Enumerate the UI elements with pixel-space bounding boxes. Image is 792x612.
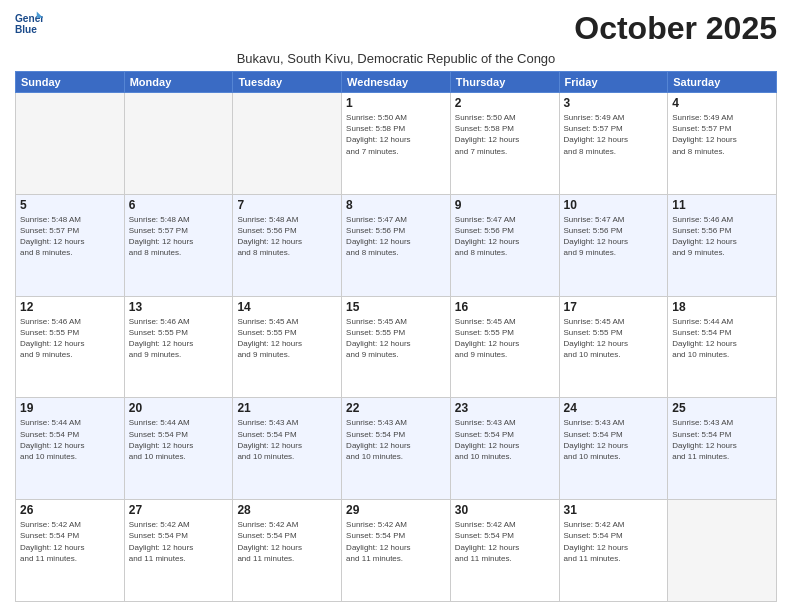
day-number: 15	[346, 300, 446, 314]
day-number: 4	[672, 96, 772, 110]
table-row	[16, 93, 125, 195]
day-number: 28	[237, 503, 337, 517]
day-number: 12	[20, 300, 120, 314]
day-info: Sunrise: 5:45 AMSunset: 5:55 PMDaylight:…	[455, 316, 555, 361]
day-number: 14	[237, 300, 337, 314]
day-info: Sunrise: 5:50 AMSunset: 5:58 PMDaylight:…	[455, 112, 555, 157]
day-number: 2	[455, 96, 555, 110]
day-info: Sunrise: 5:44 AMSunset: 5:54 PMDaylight:…	[20, 417, 120, 462]
table-row: 3Sunrise: 5:49 AMSunset: 5:57 PMDaylight…	[559, 93, 668, 195]
title-section: October 2025	[574, 10, 777, 47]
day-number: 20	[129, 401, 229, 415]
col-sunday: Sunday	[16, 72, 125, 93]
day-info: Sunrise: 5:45 AMSunset: 5:55 PMDaylight:…	[346, 316, 446, 361]
table-row: 11Sunrise: 5:46 AMSunset: 5:56 PMDayligh…	[668, 194, 777, 296]
day-info: Sunrise: 5:46 AMSunset: 5:55 PMDaylight:…	[20, 316, 120, 361]
col-tuesday: Tuesday	[233, 72, 342, 93]
day-number: 3	[564, 96, 664, 110]
day-info: Sunrise: 5:43 AMSunset: 5:54 PMDaylight:…	[455, 417, 555, 462]
day-number: 23	[455, 401, 555, 415]
table-row: 2Sunrise: 5:50 AMSunset: 5:58 PMDaylight…	[450, 93, 559, 195]
table-row: 29Sunrise: 5:42 AMSunset: 5:54 PMDayligh…	[342, 500, 451, 602]
table-row: 27Sunrise: 5:42 AMSunset: 5:54 PMDayligh…	[124, 500, 233, 602]
page: General Blue October 2025 Bukavu, South …	[0, 0, 792, 612]
table-row: 4Sunrise: 5:49 AMSunset: 5:57 PMDaylight…	[668, 93, 777, 195]
day-number: 30	[455, 503, 555, 517]
day-number: 8	[346, 198, 446, 212]
logo-icon: General Blue	[15, 10, 43, 38]
day-info: Sunrise: 5:42 AMSunset: 5:54 PMDaylight:…	[564, 519, 664, 564]
day-number: 11	[672, 198, 772, 212]
day-info: Sunrise: 5:47 AMSunset: 5:56 PMDaylight:…	[564, 214, 664, 259]
day-info: Sunrise: 5:42 AMSunset: 5:54 PMDaylight:…	[237, 519, 337, 564]
table-row: 9Sunrise: 5:47 AMSunset: 5:56 PMDaylight…	[450, 194, 559, 296]
table-row: 17Sunrise: 5:45 AMSunset: 5:55 PMDayligh…	[559, 296, 668, 398]
table-row: 6Sunrise: 5:48 AMSunset: 5:57 PMDaylight…	[124, 194, 233, 296]
day-info: Sunrise: 5:47 AMSunset: 5:56 PMDaylight:…	[346, 214, 446, 259]
calendar-week-row: 19Sunrise: 5:44 AMSunset: 5:54 PMDayligh…	[16, 398, 777, 500]
day-info: Sunrise: 5:42 AMSunset: 5:54 PMDaylight:…	[129, 519, 229, 564]
col-wednesday: Wednesday	[342, 72, 451, 93]
calendar-week-row: 5Sunrise: 5:48 AMSunset: 5:57 PMDaylight…	[16, 194, 777, 296]
day-number: 1	[346, 96, 446, 110]
day-info: Sunrise: 5:42 AMSunset: 5:54 PMDaylight:…	[346, 519, 446, 564]
day-number: 27	[129, 503, 229, 517]
table-row: 25Sunrise: 5:43 AMSunset: 5:54 PMDayligh…	[668, 398, 777, 500]
col-friday: Friday	[559, 72, 668, 93]
day-number: 31	[564, 503, 664, 517]
day-number: 9	[455, 198, 555, 212]
table-row: 5Sunrise: 5:48 AMSunset: 5:57 PMDaylight…	[16, 194, 125, 296]
day-number: 17	[564, 300, 664, 314]
day-info: Sunrise: 5:46 AMSunset: 5:56 PMDaylight:…	[672, 214, 772, 259]
calendar-week-row: 1Sunrise: 5:50 AMSunset: 5:58 PMDaylight…	[16, 93, 777, 195]
table-row: 12Sunrise: 5:46 AMSunset: 5:55 PMDayligh…	[16, 296, 125, 398]
day-number: 24	[564, 401, 664, 415]
table-row: 21Sunrise: 5:43 AMSunset: 5:54 PMDayligh…	[233, 398, 342, 500]
table-row: 23Sunrise: 5:43 AMSunset: 5:54 PMDayligh…	[450, 398, 559, 500]
table-row	[233, 93, 342, 195]
day-info: Sunrise: 5:48 AMSunset: 5:57 PMDaylight:…	[129, 214, 229, 259]
day-info: Sunrise: 5:48 AMSunset: 5:56 PMDaylight:…	[237, 214, 337, 259]
day-info: Sunrise: 5:44 AMSunset: 5:54 PMDaylight:…	[129, 417, 229, 462]
col-saturday: Saturday	[668, 72, 777, 93]
day-info: Sunrise: 5:49 AMSunset: 5:57 PMDaylight:…	[672, 112, 772, 157]
day-info: Sunrise: 5:43 AMSunset: 5:54 PMDaylight:…	[672, 417, 772, 462]
table-row: 22Sunrise: 5:43 AMSunset: 5:54 PMDayligh…	[342, 398, 451, 500]
day-number: 29	[346, 503, 446, 517]
day-info: Sunrise: 5:49 AMSunset: 5:57 PMDaylight:…	[564, 112, 664, 157]
day-info: Sunrise: 5:47 AMSunset: 5:56 PMDaylight:…	[455, 214, 555, 259]
day-number: 7	[237, 198, 337, 212]
day-number: 19	[20, 401, 120, 415]
day-number: 18	[672, 300, 772, 314]
table-row: 28Sunrise: 5:42 AMSunset: 5:54 PMDayligh…	[233, 500, 342, 602]
table-row: 13Sunrise: 5:46 AMSunset: 5:55 PMDayligh…	[124, 296, 233, 398]
day-number: 16	[455, 300, 555, 314]
table-row: 18Sunrise: 5:44 AMSunset: 5:54 PMDayligh…	[668, 296, 777, 398]
day-number: 10	[564, 198, 664, 212]
calendar-week-row: 26Sunrise: 5:42 AMSunset: 5:54 PMDayligh…	[16, 500, 777, 602]
day-number: 13	[129, 300, 229, 314]
day-number: 25	[672, 401, 772, 415]
day-info: Sunrise: 5:46 AMSunset: 5:55 PMDaylight:…	[129, 316, 229, 361]
day-info: Sunrise: 5:43 AMSunset: 5:54 PMDaylight:…	[346, 417, 446, 462]
table-row: 26Sunrise: 5:42 AMSunset: 5:54 PMDayligh…	[16, 500, 125, 602]
header: General Blue October 2025	[15, 10, 777, 47]
day-number: 6	[129, 198, 229, 212]
day-info: Sunrise: 5:50 AMSunset: 5:58 PMDaylight:…	[346, 112, 446, 157]
table-row: 20Sunrise: 5:44 AMSunset: 5:54 PMDayligh…	[124, 398, 233, 500]
day-info: Sunrise: 5:48 AMSunset: 5:57 PMDaylight:…	[20, 214, 120, 259]
table-row	[668, 500, 777, 602]
table-row: 10Sunrise: 5:47 AMSunset: 5:56 PMDayligh…	[559, 194, 668, 296]
day-info: Sunrise: 5:43 AMSunset: 5:54 PMDaylight:…	[564, 417, 664, 462]
table-row: 16Sunrise: 5:45 AMSunset: 5:55 PMDayligh…	[450, 296, 559, 398]
table-row: 1Sunrise: 5:50 AMSunset: 5:58 PMDaylight…	[342, 93, 451, 195]
table-row: 7Sunrise: 5:48 AMSunset: 5:56 PMDaylight…	[233, 194, 342, 296]
day-info: Sunrise: 5:43 AMSunset: 5:54 PMDaylight:…	[237, 417, 337, 462]
day-number: 5	[20, 198, 120, 212]
day-info: Sunrise: 5:42 AMSunset: 5:54 PMDaylight:…	[455, 519, 555, 564]
day-number: 22	[346, 401, 446, 415]
table-row	[124, 93, 233, 195]
calendar-week-row: 12Sunrise: 5:46 AMSunset: 5:55 PMDayligh…	[16, 296, 777, 398]
weekday-header-row: Sunday Monday Tuesday Wednesday Thursday…	[16, 72, 777, 93]
day-number: 21	[237, 401, 337, 415]
